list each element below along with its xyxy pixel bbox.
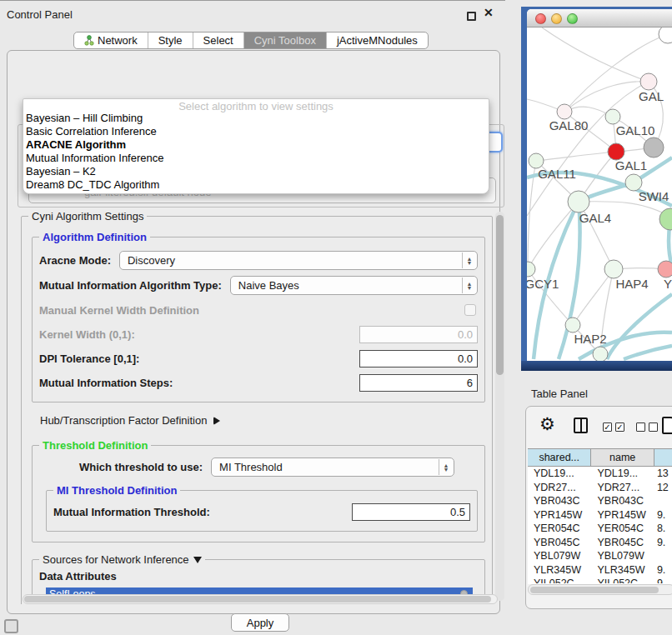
algorithm-option-dream8-dc-tdc-algorithm[interactable]: Dream8 DC_TDC Algorithm — [23, 178, 489, 192]
scrollbar-thumb[interactable] — [24, 596, 491, 602]
minimize-window-icon[interactable] — [551, 13, 562, 24]
checked-checkbox-icon[interactable]: ✓ — [615, 422, 624, 432]
tab-label: Network — [98, 34, 138, 47]
algorithm-option-aracne-algorithm[interactable]: ARACNE Algorithm — [23, 138, 489, 152]
settings-vertical-scrollbar[interactable] — [495, 212, 504, 601]
scrollbar-thumb[interactable] — [496, 215, 504, 375]
table-panel: ⚙ ✓ ✓ shared...name YDL19...YDL19...13YD… — [525, 406, 672, 609]
table-cell: YDR27... — [528, 482, 591, 493]
column-header-clipped[interactable] — [654, 449, 672, 466]
unchecked-checkbox-icon[interactable] — [636, 422, 645, 432]
table-row[interactable]: YBL079WYBL079W — [528, 549, 672, 563]
control-panel-title: Control Panel — [7, 8, 73, 21]
close-window-icon[interactable] — [535, 13, 546, 24]
apply-button[interactable]: Apply — [231, 613, 289, 632]
tab-label: Cyni Toolbox — [254, 34, 316, 47]
document-icon[interactable] — [662, 417, 672, 434]
mi-steps-field[interactable]: 6 — [359, 374, 478, 392]
network-node[interactable] — [593, 347, 608, 361]
table-cell: 8. — [654, 522, 672, 534]
settings-horizontal-scrollbar[interactable] — [23, 594, 498, 604]
manual-kernel-checkbox[interactable] — [464, 304, 476, 316]
columns-icon[interactable] — [574, 418, 588, 433]
network-node-gal1[interactable] — [608, 143, 624, 160]
algorithm-option-bayesian-k2[interactable]: Bayesian – K2 — [23, 165, 489, 178]
table-horizontal-scrollbar[interactable] — [528, 584, 672, 595]
collapsed-panel-icon[interactable] — [4, 619, 18, 633]
node-label: GAL1 — [615, 158, 647, 172]
hub-definition-toggle[interactable]: Hub/Transcription Factor Definition — [40, 414, 492, 427]
tab-select[interactable]: Select — [193, 32, 244, 48]
algorithm-option-mutual-information-inference[interactable]: Mutual Information Inference — [23, 152, 489, 165]
table-cell: YIL052C — [528, 578, 591, 583]
table-cell: YER054C — [528, 522, 591, 534]
algorithm-option-basic-correlation-inference[interactable]: Basic Correlation Inference — [23, 125, 489, 138]
table-cell: YBR045C — [528, 537, 591, 548]
tab-style[interactable]: Style — [148, 32, 193, 48]
network-canvas[interactable]: GALGAL80GAL10GAL1GAL11SWI4GAL4GCY1HAP4YH… — [527, 28, 672, 361]
which-threshold-select[interactable]: MI Threshold ▲▼ — [211, 458, 454, 477]
network-node-hap2[interactable] — [565, 318, 580, 332]
table-row[interactable]: YDR27...YDR27...12 — [528, 481, 672, 495]
table-header-row: shared...name — [528, 448, 672, 467]
aracne-mode-select[interactable]: Discovery ▲▼ — [119, 251, 478, 270]
unchecked-checkbox-icon[interactable] — [649, 422, 658, 432]
column-header-name[interactable]: name — [591, 449, 654, 466]
mi-threshold-row: Mutual Information Threshold: 0.5 — [53, 502, 470, 521]
table-row[interactable]: YPR145WYPR145W9. — [528, 508, 672, 522]
close-panel-icon[interactable]: ✕ — [484, 6, 494, 19]
table-cell: YIL052C — [591, 578, 654, 583]
zoom-window-icon[interactable] — [567, 13, 578, 24]
table-row[interactable]: YDL19...YDL19...13 — [528, 467, 672, 481]
network-node[interactable] — [644, 138, 664, 158]
network-edge — [542, 28, 649, 82]
network-node-gal10[interactable] — [605, 109, 620, 124]
network-node[interactable] — [659, 28, 672, 43]
table-cell: YER054C — [591, 522, 654, 534]
mi-threshold-field[interactable]: 0.5 — [352, 503, 470, 521]
aracne-mode-value: Discovery — [128, 254, 175, 267]
table-cell: YBR045C — [591, 537, 654, 548]
kernel-width-row: Kernel Width (0,1): 0.0 — [39, 325, 478, 343]
table-cell: 9. — [654, 537, 672, 548]
column-header-shared[interactable]: shared... — [528, 449, 591, 466]
manual-kernel-label: Manual Kernel Width Definition — [39, 304, 199, 317]
dpi-tolerance-field[interactable]: 0.0 — [359, 350, 478, 368]
mi-type-row: Mutual Information Algorithm Type: Naive… — [39, 276, 478, 295]
network-node-y[interactable] — [658, 261, 672, 278]
network-window-titlebar[interactable] — [527, 9, 672, 28]
stepper-arrows-icon: ▲▼ — [462, 278, 476, 293]
table-row[interactable]: YIL052CYIL052C9. — [528, 577, 672, 583]
table-row[interactable]: YER054CYER054C8. — [528, 522, 672, 536]
network-node-swi4[interactable] — [625, 174, 642, 191]
gear-icon[interactable]: ⚙ — [539, 414, 555, 434]
table-row[interactable]: YBR043CYBR043C — [528, 494, 672, 508]
float-window-icon[interactable] — [467, 12, 476, 21]
node-label: Y — [664, 277, 672, 291]
tab-cyni-toolbox[interactable]: Cyni Toolbox — [244, 32, 327, 48]
network-node-gcy1[interactable] — [527, 262, 535, 277]
mi-threshold-definition-group: MI Threshold Definition Mutual Informati… — [46, 490, 478, 532]
sources-legend[interactable]: Sources for Network Inference — [39, 553, 205, 566]
network-node-gal80[interactable] — [557, 104, 572, 119]
mi-algorithm-type-value: Naive Bayes — [238, 279, 299, 292]
node-label: GAL10 — [616, 123, 655, 138]
checked-checkbox-icon[interactable]: ✓ — [603, 422, 612, 432]
table-row[interactable]: YLR345WYLR345W9. — [528, 563, 672, 578]
tab-network[interactable]: Network — [74, 32, 148, 48]
collapsed-arrow-icon — [213, 417, 220, 425]
mi-algorithm-type-select[interactable]: Naive Bayes ▲▼ — [230, 276, 478, 295]
network-node[interactable] — [659, 208, 672, 230]
tab-jactivemnodules[interactable]: jActiveMNodules — [327, 32, 428, 48]
table-cell: YBL079W — [591, 550, 654, 562]
hub-definition-label: Hub/Transcription Factor Definition — [40, 414, 207, 427]
node-label: GAL80 — [549, 118, 589, 132]
scrollbar-thumb[interactable] — [530, 587, 659, 593]
network-node-hap4[interactable] — [604, 260, 623, 278]
table-row[interactable]: YBR045CYBR045C9. — [528, 536, 672, 550]
algorithm-option-bayesian-hill-climbing[interactable]: Bayesian – Hill Climbing — [23, 112, 489, 125]
network-node-gal4[interactable] — [568, 191, 589, 212]
kernel-width-field[interactable]: 0.0 — [359, 326, 478, 343]
sources-legend-text: Sources for Network Inference — [43, 553, 189, 566]
network-node-gal[interactable] — [640, 73, 657, 90]
